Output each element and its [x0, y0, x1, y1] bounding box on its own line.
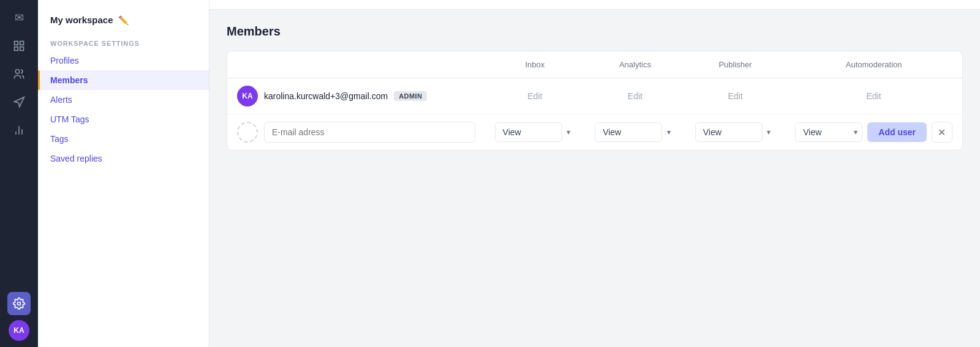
inbox-icon[interactable]: ✉ — [7, 6, 31, 29]
svg-rect-1 — [20, 42, 24, 45]
add-automoderation-select-cell: View Edit None ▾ Add user ✕ — [785, 114, 962, 151]
analytics-permission-cell: Edit — [585, 78, 685, 114]
email-field[interactable] — [264, 122, 475, 143]
chart-icon[interactable] — [7, 119, 31, 142]
sidebar-item-saved-replies[interactable]: Saved replies — [38, 149, 209, 168]
add-analytics-select-cell: View Edit None ▾ — [585, 114, 685, 151]
automoderation-permission-cell: Edit — [785, 78, 962, 114]
add-user-row: View Edit None ▾ View — [227, 114, 962, 151]
main-content: Members Inbox Analytics Publisher Automo… — [209, 0, 980, 347]
svg-point-4 — [15, 70, 20, 74]
analytics-permission-select[interactable]: View Edit None — [595, 122, 662, 142]
top-bar — [209, 0, 980, 10]
add-user-button[interactable]: Add user — [867, 122, 927, 142]
analytics-select-wrapper: View Edit None ▾ — [595, 122, 676, 142]
megaphone-icon[interactable] — [7, 91, 31, 114]
analytics-edit-label: Edit — [595, 91, 676, 101]
automoderation-select-wrapper: View Edit None ▾ — [795, 122, 862, 142]
add-publisher-select-cell: View Edit None ▾ — [685, 114, 786, 151]
automoderation-permission-select[interactable]: View Edit None — [795, 122, 862, 142]
col-inbox: Inbox — [485, 51, 586, 78]
members-card: Inbox Analytics Publisher Automoderation… — [227, 51, 963, 151]
col-automoderation: Automoderation — [785, 51, 962, 78]
publisher-edit-label: Edit — [695, 91, 776, 101]
bookmark-icon[interactable] — [7, 34, 31, 58]
table-row: KA karolina.kurcwald+3@gmail.com ADMIN E… — [227, 78, 962, 114]
inbox-permission-cell: Edit — [485, 78, 586, 114]
sidebar-item-utm-tags[interactable]: UTM Tags — [38, 110, 209, 129]
add-inbox-select-cell: View Edit None ▾ — [485, 114, 586, 151]
sidebar-item-profiles[interactable]: Profiles — [38, 51, 209, 70]
analytics-chevron-icon: ▾ — [667, 128, 671, 136]
publisher-permission-cell: Edit — [685, 78, 786, 114]
admin-badge: ADMIN — [394, 91, 427, 101]
inbox-chevron-icon: ▾ — [567, 128, 570, 136]
member-info-cell: KA karolina.kurcwald+3@gmail.com ADMIN — [227, 78, 485, 114]
add-user-email-cell — [227, 114, 485, 151]
groups-icon[interactable] — [7, 62, 31, 86]
svg-rect-2 — [20, 47, 24, 51]
publisher-chevron-icon: ▾ — [767, 128, 771, 136]
user-avatar[interactable]: KA — [9, 320, 29, 341]
members-table: Inbox Analytics Publisher Automoderation… — [227, 51, 962, 150]
workspace-title: My workspace ✏️ — [38, 10, 209, 35]
close-add-user-button[interactable]: ✕ — [932, 122, 952, 143]
add-user-inputs — [237, 122, 475, 143]
publisher-permission-select[interactable]: View Edit None — [695, 122, 763, 142]
page-title: Members — [227, 24, 963, 39]
inbox-permission-select[interactable]: View Edit None — [495, 122, 562, 142]
col-analytics: Analytics — [585, 51, 685, 78]
col-publisher: Publisher — [685, 51, 786, 78]
page-area: Members Inbox Analytics Publisher Automo… — [209, 10, 980, 347]
col-member — [227, 51, 485, 78]
inbox-select-wrapper: View Edit None ▾ — [495, 122, 576, 142]
settings-icon[interactable] — [7, 292, 31, 315]
sidebar-section-label: WORKSPACE SETTINGS — [38, 35, 209, 51]
edit-workspace-icon[interactable]: ✏️ — [118, 15, 129, 25]
member-email: karolina.kurcwald+3@gmail.com — [264, 91, 388, 101]
sidebar-item-members[interactable]: Members — [38, 70, 209, 90]
new-user-avatar-placeholder — [237, 122, 258, 143]
member-info: KA karolina.kurcwald+3@gmail.com ADMIN — [237, 86, 475, 106]
publisher-select-wrapper: View Edit None ▾ — [695, 122, 776, 142]
automoderation-edit-label: Edit — [795, 91, 952, 101]
sidebar: My workspace ✏️ WORKSPACE SETTINGS Profi… — [38, 0, 209, 347]
member-avatar: KA — [237, 86, 258, 106]
inbox-edit-label: Edit — [495, 91, 576, 101]
svg-rect-3 — [15, 47, 18, 51]
svg-rect-0 — [15, 42, 18, 45]
sidebar-item-tags[interactable]: Tags — [38, 129, 209, 149]
nav-bar: ✉ KA — [0, 0, 38, 347]
sidebar-item-alerts[interactable]: Alerts — [38, 90, 209, 110]
svg-point-8 — [18, 302, 21, 305]
